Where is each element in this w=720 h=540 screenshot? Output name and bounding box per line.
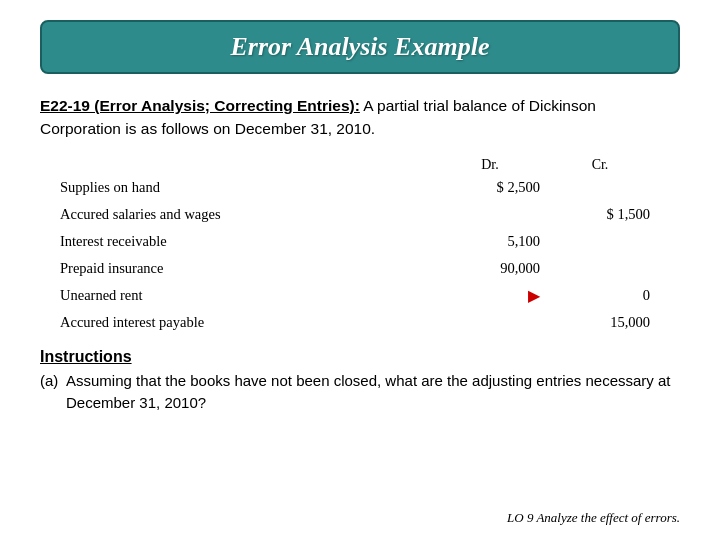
row-label: Supplies on hand <box>60 179 440 196</box>
row-label: Prepaid insurance <box>60 260 440 277</box>
row-label: Accured interest payable <box>60 314 440 331</box>
dr-header: Dr. <box>430 157 550 173</box>
row-dr-value: 5,100 <box>440 233 560 250</box>
row-cr-value: 15,000 <box>560 314 660 331</box>
instruction-text-a: Assuming that the books have not been cl… <box>66 370 680 415</box>
table-row: Unearned rent ▶ 0 <box>60 283 660 309</box>
footer-text: LO 9 Analyze the effect of errors. <box>507 510 680 526</box>
slide-container: Error Analysis Example E22-19 (Error Ana… <box>0 0 720 540</box>
title-bar: Error Analysis Example <box>40 20 680 74</box>
table-row: Accured interest payable 15,000 <box>60 310 660 336</box>
exercise-code: E22-19 (Error Analysis; Correcting Entri… <box>40 97 360 114</box>
row-label: Unearned rent <box>60 287 440 304</box>
row-cr-value: $ 1,500 <box>560 206 660 223</box>
instructions-title: Instructions <box>40 348 680 366</box>
cr-header: Cr. <box>550 157 650 173</box>
row-dr-value: 90,000 <box>440 260 560 277</box>
intro-paragraph: E22-19 (Error Analysis; Correcting Entri… <box>40 94 680 141</box>
table-row: Prepaid insurance 90,000 <box>60 256 660 282</box>
instruction-label-a: (a) <box>40 370 60 415</box>
table-row: Supplies on hand $ 2,500 <box>60 175 660 201</box>
row-label: Interest receivable <box>60 233 440 250</box>
red-arrow-icon: ▶ <box>528 287 540 304</box>
table-header: Dr. Cr. <box>60 157 660 173</box>
trial-balance-table: Dr. Cr. Supplies on hand $ 2,500 Accured… <box>60 157 660 336</box>
row-dr-value: $ 2,500 <box>440 179 560 196</box>
instruction-item-a: (a) Assuming that the books have not bee… <box>40 370 680 415</box>
row-dr-value: ▶ <box>440 286 560 305</box>
table-row: Accured salaries and wages $ 1,500 <box>60 202 660 228</box>
table-row: Interest receivable 5,100 <box>60 229 660 255</box>
slide-title: Error Analysis Example <box>230 32 489 61</box>
row-cr-value: 0 <box>560 287 660 304</box>
instructions-section: Instructions (a) Assuming that the books… <box>40 348 680 415</box>
row-label: Accured salaries and wages <box>60 206 440 223</box>
